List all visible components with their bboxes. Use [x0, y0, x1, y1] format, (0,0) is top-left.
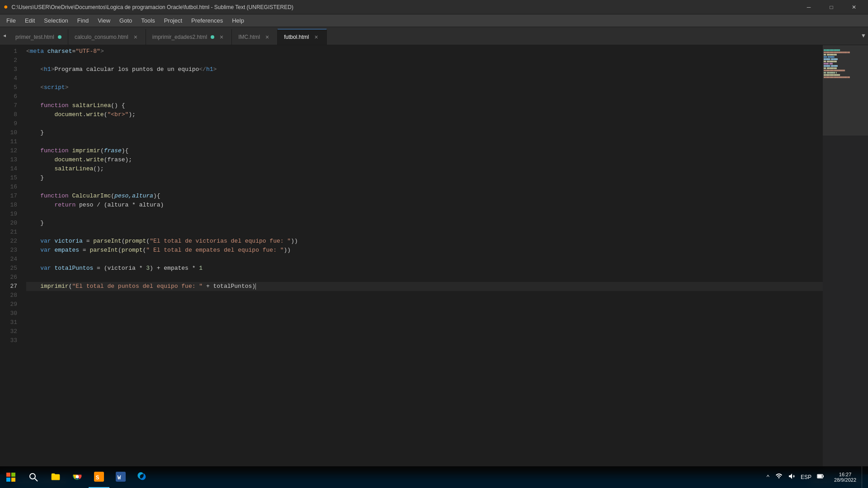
line-num-23: 23 — [0, 246, 17, 255]
minimize-button[interactable]: ─ — [798, 0, 819, 14]
line-num-8: 8 — [0, 110, 17, 119]
tab-imc[interactable]: IMC.html × — [232, 29, 278, 45]
code-line-22: var victoria = parseInt(prompt("El total… — [26, 237, 823, 246]
clock[interactable]: 16:27 28/9/2022 — [830, 466, 860, 488]
title-bar: ● C:\Users\USER\OneDrive\Documentos\Logi… — [0, 0, 868, 14]
code-line-19 — [26, 210, 823, 219]
tab-close-button[interactable]: × — [132, 33, 139, 41]
line-num-13: 13 — [0, 155, 17, 164]
taskbar-sublime[interactable]: S — [89, 466, 109, 488]
menu-edit[interactable]: Edit — [20, 15, 39, 26]
line-num-27: 27 — [0, 282, 17, 291]
close-button[interactable]: ✕ — [844, 0, 864, 14]
line-num-9: 9 — [0, 119, 17, 128]
line-num-6: 6 — [0, 92, 17, 101]
code-line-32 — [26, 327, 823, 336]
code-line-3: <h1>Programa calcular los puntos de un e… — [26, 65, 823, 74]
taskbar: S W ⌃ ESP — [0, 466, 868, 488]
tab-scroll-left[interactable]: ◀ — [0, 27, 9, 45]
menu-bar: File Edit Selection Find View Goto Tools… — [0, 14, 868, 27]
svg-text:S: S — [96, 474, 99, 481]
line-num-3: 3 — [0, 65, 17, 74]
minimap: ████████████████████ ███████████████████… — [823, 45, 868, 474]
system-tray: ⌃ ESP — [762, 466, 829, 488]
line-num-29: 29 — [0, 300, 17, 309]
menu-project[interactable]: Project — [160, 15, 187, 26]
svg-rect-2 — [6, 478, 10, 482]
clock-date: 28/9/2022 — [834, 477, 856, 483]
tab-label: IMC.html — [238, 34, 260, 40]
line-num-31: 31 — [0, 318, 17, 327]
line-num-5: 5 — [0, 83, 17, 92]
tab-label: futbol.html — [284, 34, 309, 40]
code-line-7: function saltarLinea() { — [26, 101, 823, 110]
code-line-29 — [26, 300, 823, 309]
tray-sound[interactable] — [787, 472, 796, 483]
tray-chevron[interactable]: ⌃ — [765, 473, 771, 482]
tab-primer-test[interactable]: primer_test.html — [9, 29, 68, 45]
code-line-11 — [26, 137, 823, 146]
tab-calculo-consumo[interactable]: calculo_consumo.html × — [68, 29, 146, 45]
menu-selection[interactable]: Selection — [39, 15, 72, 26]
code-content[interactable]: <meta charset="UTF-8"> <h1>Programa calc… — [23, 45, 823, 474]
code-line-9 — [26, 119, 823, 128]
minimap-viewport — [823, 45, 868, 136]
menu-goto[interactable]: Goto — [115, 15, 137, 26]
tray-battery[interactable] — [816, 472, 825, 483]
code-line-6 — [26, 92, 823, 101]
tab-label: primer_test.html — [15, 34, 54, 40]
menu-help[interactable]: Help — [227, 15, 249, 26]
line-num-10: 10 — [0, 128, 17, 137]
editor-wrapper: 1 2 3 4 5 6 7 8 9 10 11 12 13 14 15 16 1… — [0, 45, 868, 474]
line-num-21: 21 — [0, 228, 17, 237]
code-line-31 — [26, 318, 823, 327]
tab-futbol[interactable]: futbol.html × — [278, 29, 326, 45]
tray-network[interactable] — [774, 472, 783, 483]
line-num-14: 14 — [0, 164, 17, 174]
code-line-5: <script> — [26, 83, 823, 92]
code-line-30 — [26, 309, 823, 318]
taskbar-word[interactable]: W — [110, 466, 131, 488]
svg-rect-3 — [11, 478, 15, 482]
line-num-7: 7 — [0, 101, 17, 110]
tab-imprimir-edades[interactable]: imprimir_edades2.html × — [146, 29, 232, 45]
menu-tools[interactable]: Tools — [137, 15, 159, 26]
code-line-13: document.write(frase); — [26, 155, 823, 164]
taskbar-file-explorer[interactable] — [45, 466, 66, 488]
line-num-19: 19 — [0, 210, 17, 219]
taskbar-chrome[interactable] — [67, 466, 88, 488]
line-num-32: 32 — [0, 327, 17, 336]
menu-file[interactable]: File — [2, 15, 20, 26]
taskbar-edge[interactable] — [132, 466, 153, 488]
line-num-15: 15 — [0, 174, 17, 183]
line-num-26: 26 — [0, 273, 17, 282]
code-line-28 — [26, 291, 823, 300]
tab-bar: ◀ primer_test.html calculo_consumo.html … — [0, 27, 868, 45]
menu-preferences[interactable]: Preferences — [187, 15, 227, 26]
menu-find[interactable]: Find — [73, 15, 93, 26]
svg-rect-15 — [823, 475, 824, 477]
tab-close-button[interactable]: × — [264, 33, 271, 41]
show-desktop-button[interactable] — [862, 466, 864, 488]
svg-rect-14 — [818, 475, 822, 478]
line-num-2: 2 — [0, 56, 17, 65]
tab-label: calculo_consumo.html — [75, 34, 128, 40]
svg-line-5 — [35, 479, 38, 481]
code-line-8: document.write("<br>"); — [26, 110, 823, 119]
line-num-4: 4 — [0, 74, 17, 83]
search-button[interactable] — [23, 466, 44, 488]
tray-language[interactable]: ESP — [800, 473, 812, 481]
svg-rect-1 — [11, 473, 15, 477]
menu-view[interactable]: View — [93, 15, 115, 26]
svg-point-4 — [30, 474, 35, 479]
code-line-12: function imprimir(frase){ — [26, 146, 823, 155]
tab-close-button[interactable]: × — [218, 33, 225, 41]
tab-close-button[interactable]: × — [313, 33, 320, 41]
start-button[interactable] — [0, 466, 22, 488]
tab-expand-button[interactable]: ▼ — [859, 27, 868, 45]
line-num-24: 24 — [0, 255, 17, 264]
code-line-26 — [26, 273, 823, 282]
taskbar-left: S W — [0, 466, 153, 488]
code-line-10: } — [26, 128, 823, 137]
maximize-button[interactable]: □ — [821, 0, 842, 14]
